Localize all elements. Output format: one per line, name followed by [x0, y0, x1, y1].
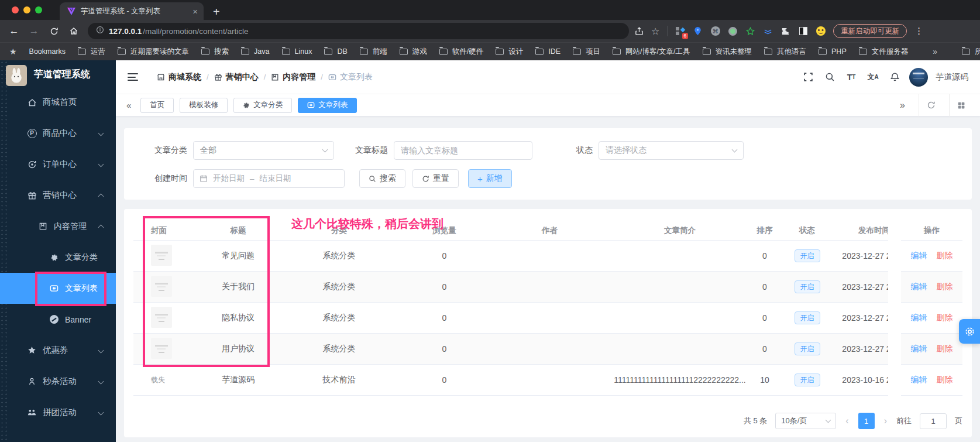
share-icon[interactable]: [635, 27, 644, 36]
edit-link[interactable]: 编辑: [911, 251, 927, 260]
sidebar-item-order-center[interactable]: 订单中心: [0, 149, 116, 180]
sidebar-item-groupon[interactable]: 拼团活动: [0, 397, 116, 428]
page-tab-template[interactable]: 模板装修: [180, 98, 228, 113]
status-badge[interactable]: 开启: [795, 280, 820, 293]
extension-layers-icon[interactable]: [763, 26, 773, 36]
edit-link[interactable]: 编辑: [911, 375, 927, 384]
extension-pin-icon[interactable]: [693, 26, 703, 36]
tabs-scroll-right-icon[interactable]: »: [892, 94, 913, 117]
settings-fab[interactable]: [959, 319, 980, 344]
sidebar-item-coupon[interactable]: 优惠券: [0, 335, 116, 366]
delete-link[interactable]: 删除: [937, 251, 953, 260]
address-bar[interactable]: 127.0.0.1 /mall/promotion/content/articl…: [88, 23, 629, 39]
article-title-input[interactable]: [394, 141, 532, 160]
zoom-window-button[interactable]: [35, 6, 42, 13]
extension-grid-icon[interactable]: 6: [675, 26, 685, 36]
bookmark-folder[interactable]: Java: [241, 47, 269, 56]
browser-menu-icon[interactable]: ⋮: [914, 26, 923, 36]
current-page-button[interactable]: 1: [858, 413, 875, 429]
sidebar-item-content-management[interactable]: 内容管理: [0, 211, 116, 242]
breadcrumb-item[interactable]: 内容管理: [271, 72, 315, 83]
forward-icon[interactable]: →: [26, 23, 42, 39]
status-select[interactable]: 请选择状态: [599, 141, 744, 160]
create-button[interactable]: +新增: [468, 169, 512, 188]
status-badge[interactable]: 开启: [795, 374, 820, 386]
page-size-select[interactable]: 10条/页: [775, 413, 836, 429]
sidebar-item-mall-home[interactable]: 商城首页: [0, 87, 116, 118]
sidebar-item-article-list[interactable]: 文章列表: [0, 273, 116, 304]
browser-update-button[interactable]: 重新启动即可更新: [833, 24, 907, 38]
bookmark-folder[interactable]: 其他语言: [764, 47, 806, 57]
reload-icon[interactable]: [46, 23, 62, 39]
bookmark-folder[interactable]: DB: [324, 47, 347, 56]
delete-link[interactable]: 删除: [937, 282, 953, 291]
extension-emoji-icon[interactable]: [816, 26, 826, 36]
back-icon[interactable]: ←: [6, 23, 22, 39]
tabs-scroll-left-icon[interactable]: «: [123, 100, 135, 110]
bookmark-star-icon[interactable]: ☆: [651, 26, 659, 37]
breadcrumb-item[interactable]: 营销中心: [214, 72, 259, 83]
bookmark-folder[interactable]: 设计: [496, 47, 523, 57]
category-select[interactable]: 全部: [193, 141, 334, 160]
bookmark-folder[interactable]: 前端: [360, 47, 387, 57]
fullscreen-icon[interactable]: [801, 70, 815, 84]
edit-link[interactable]: 编辑: [911, 313, 927, 322]
close-window-button[interactable]: [12, 6, 19, 13]
bookmark-folder[interactable]: 文件服务器: [859, 47, 909, 57]
bookmarks-overflow-icon[interactable]: »: [933, 47, 937, 56]
extension-command-icon[interactable]: ⌘: [710, 26, 720, 36]
sidebar-item-marketing-center[interactable]: 营销中心: [0, 180, 116, 211]
collapse-menu-icon[interactable]: [128, 73, 138, 81]
edit-link[interactable]: 编辑: [911, 282, 927, 291]
extension-contrast-icon[interactable]: [798, 26, 808, 36]
search-icon[interactable]: [823, 70, 837, 84]
bookmark-folder[interactable]: 网站/博客/文章/工具: [613, 47, 690, 57]
sidebar-item-seckill[interactable]: 秒杀活动: [0, 366, 116, 397]
delete-link[interactable]: 删除: [937, 313, 953, 322]
sidebar-item-banner[interactable]: Banner: [0, 304, 116, 335]
extension-star-icon[interactable]: [745, 26, 755, 36]
browser-tab[interactable]: 芋道管理系统 - 文章列表 ×: [60, 2, 204, 20]
bookmark-folder[interactable]: IDE: [535, 47, 561, 56]
username[interactable]: 芋道源码: [936, 72, 968, 83]
edit-link[interactable]: 编辑: [911, 344, 927, 353]
extensions-puzzle-icon[interactable]: [780, 26, 790, 36]
minimize-window-button[interactable]: [23, 6, 30, 13]
notification-bell-icon[interactable]: [888, 70, 902, 84]
next-page-icon[interactable]: ›: [883, 416, 888, 426]
refresh-page-icon[interactable]: [919, 94, 943, 117]
new-tab-button[interactable]: +: [213, 6, 220, 18]
search-button[interactable]: 搜索: [359, 169, 405, 188]
app-logo[interactable]: 芋道管理系统: [0, 60, 116, 87]
status-badge[interactable]: 开启: [795, 311, 820, 324]
tab-close-icon[interactable]: ×: [192, 7, 198, 16]
bookmark-folder[interactable]: PHP: [819, 47, 847, 56]
all-bookmarks-button[interactable]: 所有书签: [962, 47, 980, 57]
page-tab-article-list[interactable]: 文章列表: [298, 98, 357, 113]
site-info-icon[interactable]: [96, 26, 104, 36]
breadcrumb-item[interactable]: 商城系统: [157, 72, 201, 83]
font-size-icon[interactable]: TT: [844, 70, 858, 84]
status-badge[interactable]: 开启: [795, 342, 820, 355]
bookmark-folder[interactable]: 项目: [573, 47, 600, 57]
prev-page-icon[interactable]: ‹: [844, 416, 850, 426]
date-range-picker[interactable]: 开始日期 – 结束日期: [193, 169, 345, 188]
sidebar-item-product-center[interactable]: P商品中心: [0, 118, 116, 149]
delete-link[interactable]: 删除: [937, 344, 953, 353]
user-avatar[interactable]: [909, 68, 928, 87]
status-badge[interactable]: 开启: [795, 249, 820, 262]
extension-recorder-icon[interactable]: [728, 26, 738, 36]
bookmark-folder[interactable]: Linux: [282, 47, 312, 56]
translate-icon[interactable]: 文A: [866, 70, 880, 84]
goto-page-input[interactable]: [920, 413, 947, 429]
bookmark-folder[interactable]: 资讯未整理: [703, 47, 752, 57]
bookmark-folder[interactable]: 游戏: [400, 47, 427, 57]
bookmark-folder[interactable]: 搜索: [201, 47, 229, 57]
bookmark-folder[interactable]: 软件/硬件: [439, 47, 483, 57]
bookmark-folder[interactable]: 近期需要读的文章: [118, 47, 189, 57]
delete-link[interactable]: 删除: [937, 375, 953, 384]
layout-grid-icon[interactable]: [949, 94, 973, 117]
sidebar-item-article-category[interactable]: 文章分类: [0, 242, 116, 273]
page-tab-article-category[interactable]: 文章分类: [233, 98, 292, 113]
home-icon[interactable]: [66, 23, 82, 39]
